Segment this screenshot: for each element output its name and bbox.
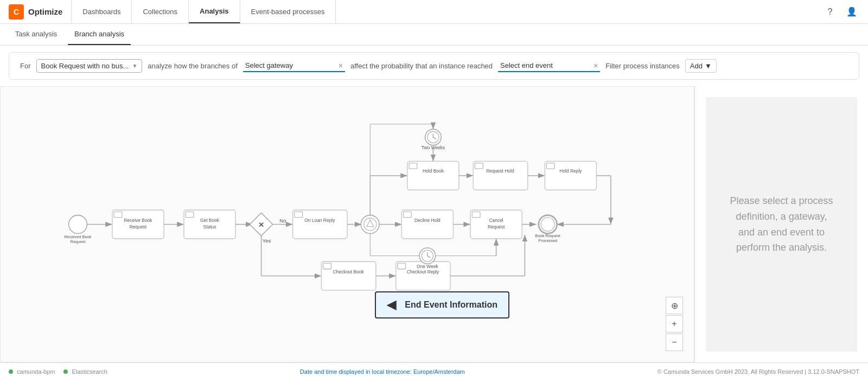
affect-text: affect the probability that an instance … [350, 62, 493, 70]
info-panel: Please select a process definition, a ga… [694, 86, 868, 362]
nav-collections[interactable]: Collections [132, 0, 189, 23]
svg-text:Request: Request [71, 239, 85, 244]
svg-text:One Week: One Week [417, 264, 438, 269]
help-icon[interactable]: ? [822, 4, 838, 20]
chevron-down-icon: ▼ [132, 63, 137, 69]
app-logo: C [9, 4, 24, 20]
camunda-status-dot [9, 369, 13, 374]
placeholder-text: Please select a process definition, a ga… [727, 193, 835, 256]
svg-text:Cancel: Cancel [489, 218, 503, 223]
svg-text:✕: ✕ [258, 221, 264, 229]
svg-point-1 [69, 215, 87, 234]
gateway-input[interactable] [245, 61, 336, 69]
end-event-label: End Event Information [405, 300, 497, 310]
svg-text:Request: Request [488, 224, 505, 230]
svg-text:Request Hold: Request Hold [486, 168, 514, 174]
map-controls: ⊕ + − [666, 297, 683, 351]
nav-event-based[interactable]: Event-based processes [240, 0, 336, 23]
user-icon[interactable]: 👤 [844, 4, 859, 20]
gateway-input-group: × [243, 60, 345, 72]
svg-text:Get Book: Get Book [200, 218, 220, 223]
end-event-input-group: × [498, 60, 600, 72]
nav-analysis[interactable]: Analysis [189, 0, 240, 23]
svg-rect-46 [545, 161, 596, 190]
end-event-input[interactable] [500, 61, 591, 69]
add-filter-button[interactable]: Add ▼ [685, 59, 717, 73]
svg-text:Status: Status [203, 224, 216, 230]
svg-text:Book Request: Book Request [535, 233, 560, 238]
footer-left: camunda-bpm Elasticsearch [9, 368, 107, 375]
filter-instances-label: Filter process instances [605, 62, 680, 70]
svg-rect-38 [407, 161, 459, 190]
add-label: Add [690, 62, 703, 70]
zoom-in-button[interactable]: + [666, 315, 683, 333]
footer: camunda-bpm Elasticsearch Date and time … [0, 362, 868, 376]
gateway-clear-icon[interactable]: × [339, 61, 343, 70]
tooltip-arrow: ◀ [387, 298, 396, 312]
elastic-label: Elasticsearch [72, 368, 107, 375]
chevron-down-icon: ▼ [705, 62, 712, 70]
svg-point-80 [541, 218, 554, 231]
top-nav: C Optimize Dashboards Collections Analys… [0, 0, 868, 24]
filter-bar: For Book Request with no bus... ▼ analyz… [9, 52, 859, 80]
elastic-status-dot [63, 369, 68, 374]
diagram-canvas[interactable]: Receive Book Request Get Book Status ✕ N… [0, 86, 694, 362]
svg-rect-17 [293, 210, 347, 239]
svg-text:Processed: Processed [538, 238, 557, 243]
nav-dashboards[interactable]: Dashboards [72, 0, 132, 23]
timezone-text: Date and time displayed in local timezon… [300, 368, 465, 375]
svg-text:Hold Reply: Hold Reply [559, 168, 582, 174]
camunda-label: camunda-bpm [17, 368, 55, 375]
svg-text:Checkout Book: Checkout Book [333, 269, 364, 275]
for-label: For [20, 62, 31, 70]
nav-links: Dashboards Collections Analysis Event-ba… [72, 0, 814, 23]
bpmn-diagram: Receive Book Request Get Book Status ✕ N… [1, 87, 694, 362]
svg-text:Decline Hold: Decline Hold [414, 218, 441, 223]
svg-rect-27 [321, 262, 375, 290]
svg-text:Checkout Reply: Checkout Reply [407, 269, 439, 275]
info-panel-placeholder: Please select a process definition, a ga… [706, 97, 857, 352]
nav-right: ? 👤 [814, 4, 868, 20]
elastic-status: Elasticsearch [63, 368, 107, 375]
analyze-text: analyze how the branches of [148, 62, 238, 70]
end-event-clear-icon[interactable]: × [593, 61, 598, 70]
main-area: Receive Book Request Get Book Status ✕ N… [0, 86, 868, 362]
svg-text:Received Book: Received Book [65, 234, 92, 239]
end-event-tooltip: ◀ End Event Information [375, 291, 509, 318]
svg-text:Receive Book: Receive Book [124, 218, 152, 223]
svg-text:No: No [279, 218, 286, 224]
camunda-status: camunda-bpm [9, 368, 55, 375]
svg-text:Request: Request [130, 224, 147, 230]
svg-text:Yes: Yes [263, 238, 271, 244]
svg-text:Hold Book: Hold Book [423, 168, 444, 174]
crosshair-button[interactable]: ⊕ [666, 297, 683, 314]
svg-rect-61 [401, 210, 453, 239]
subnav-branch-analysis[interactable]: Branch analysis [68, 24, 131, 45]
svg-text:On Loan Reply: On Loan Reply [304, 218, 335, 223]
sub-nav: Task analysis Branch analysis [0, 24, 868, 46]
svg-rect-42 [473, 161, 527, 190]
app-name: Optimize [28, 7, 62, 16]
logo-area: C Optimize [0, 0, 72, 23]
subnav-task-analysis[interactable]: Task analysis [9, 24, 63, 45]
zoom-out-button[interactable]: − [666, 334, 683, 351]
copyright-text: © Camunda Services GmbH 2023, All Rights… [658, 368, 859, 375]
process-value: Book Request with no bus... [41, 62, 129, 70]
process-selector[interactable]: Book Request with no bus... ▼ [36, 59, 143, 73]
